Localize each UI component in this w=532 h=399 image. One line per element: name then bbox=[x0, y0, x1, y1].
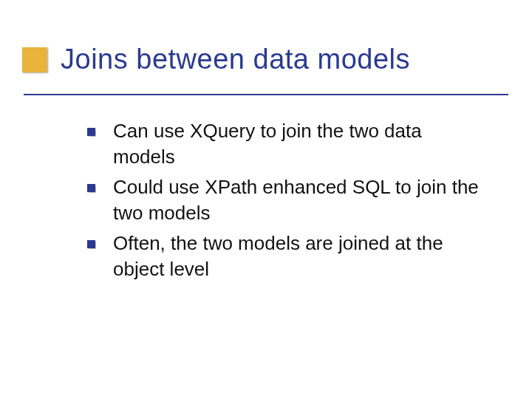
slide: Joins between data models Can use XQuery… bbox=[0, 0, 532, 399]
corner-accent-square bbox=[22, 47, 47, 72]
list-item: Can use XQuery to join the two data mode… bbox=[87, 118, 488, 170]
list-item: Could use XPath enhanced SQL to join the… bbox=[87, 174, 488, 226]
list-item-text: Often, the two models are joined at the … bbox=[113, 231, 488, 282]
square-bullet-icon bbox=[87, 240, 95, 248]
list-item-text: Could use XPath enhanced SQL to join the… bbox=[113, 174, 488, 226]
slide-body: Can use XQuery to join the two data mode… bbox=[87, 118, 488, 287]
square-bullet-icon bbox=[87, 184, 95, 192]
list-item-text: Can use XQuery to join the two data mode… bbox=[113, 118, 488, 170]
title-underline bbox=[24, 94, 508, 95]
square-bullet-icon bbox=[87, 128, 95, 136]
slide-title: Joins between data models bbox=[61, 43, 510, 77]
list-item: Often, the two models are joined at the … bbox=[87, 231, 488, 282]
